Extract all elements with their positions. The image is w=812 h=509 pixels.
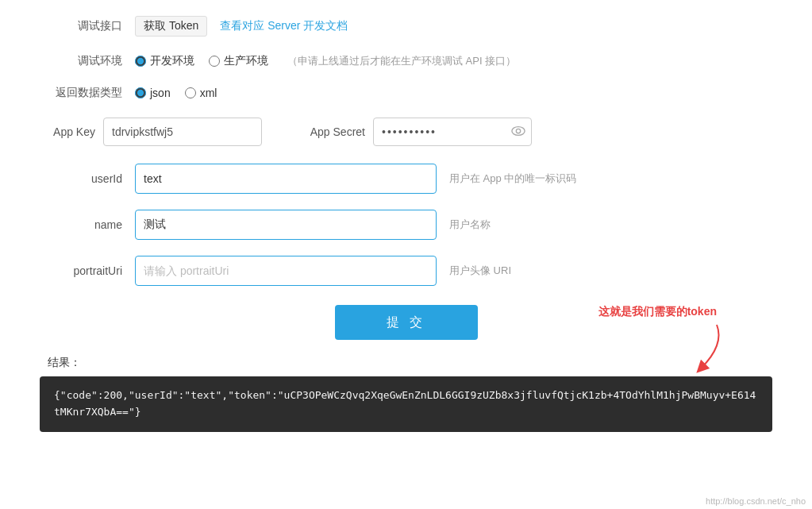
field-input-portraitUri[interactable] bbox=[135, 256, 437, 286]
result-box: {"code":200,"userId":"text","token":"uCP… bbox=[40, 376, 772, 432]
env-dev-label: 开发环境 bbox=[150, 54, 194, 68]
env-dev-option[interactable]: 开发环境 bbox=[135, 54, 194, 68]
env-radio-group: 开发环境 生产环境 （申请上线通过后才能在生产环境调试 API 接口） bbox=[135, 54, 516, 68]
submit-button[interactable]: 提 交 bbox=[335, 305, 478, 340]
return-xml-option[interactable]: xml bbox=[185, 87, 217, 99]
env-prod-option[interactable]: 生产环境 bbox=[209, 54, 268, 68]
env-note: （申请上线通过后才能在生产环境调试 API 接口） bbox=[287, 54, 516, 68]
field-label-userId: userId bbox=[32, 172, 135, 185]
field-row-portraitUri: portraitUri用户头像 URI bbox=[32, 256, 780, 286]
env-prod-label: 生产环境 bbox=[224, 54, 268, 68]
return-type-controls: json xml bbox=[135, 87, 780, 99]
annotation-text: 这就是我们需要的token bbox=[598, 305, 717, 319]
result-section: 结果： 这就是我们需要的token {"code":200,"userId":"… bbox=[32, 356, 780, 432]
env-dev-radio[interactable] bbox=[135, 56, 146, 67]
appkey-input[interactable] bbox=[103, 118, 262, 146]
annotation-arrow bbox=[669, 321, 733, 376]
env-controls: 开发环境 生产环境 （申请上线通过后才能在生产环境调试 API 接口） bbox=[135, 54, 780, 68]
appsecret-group: App Secret bbox=[294, 118, 532, 146]
field-row-userId: userId用户在 App 中的唯一标识码 bbox=[32, 164, 780, 194]
appsecret-wrapper bbox=[373, 118, 532, 146]
appsecret-input[interactable] bbox=[373, 118, 532, 146]
token-badge: 获取 Token bbox=[135, 16, 207, 37]
field-hint-portraitUri: 用户头像 URI bbox=[449, 264, 511, 278]
return-xml-radio[interactable] bbox=[185, 87, 196, 98]
env-row: 调试环境 开发环境 生产环境 （申请上线通过后才能在生产环境调试 API 接口） bbox=[32, 54, 780, 68]
debug-interface-label: 调试接口 bbox=[32, 19, 135, 33]
svg-point-1 bbox=[516, 129, 520, 133]
appkey-group: App Key bbox=[32, 118, 262, 146]
field-input-userId[interactable] bbox=[135, 164, 437, 194]
return-json-option[interactable]: json bbox=[135, 87, 171, 99]
field-label-portraitUri: portraitUri bbox=[32, 264, 135, 277]
server-doc-link[interactable]: 查看对应 Server 开发文档 bbox=[220, 19, 348, 33]
annotation-wrapper: 这就是我们需要的token {"code":200,"userId":"text… bbox=[32, 376, 780, 432]
appkey-row: App Key App Secret bbox=[32, 118, 780, 146]
appkey-label: App Key bbox=[32, 125, 95, 138]
watermark: http://blog.csdn.net/c_nho bbox=[706, 496, 806, 506]
return-type-label: 返回数据类型 bbox=[32, 86, 135, 100]
svg-point-0 bbox=[512, 126, 525, 135]
appsecret-label: App Secret bbox=[294, 125, 365, 138]
field-row-name: name用户名称 bbox=[32, 210, 780, 240]
return-type-radio-group: json xml bbox=[135, 87, 217, 99]
return-json-label: json bbox=[150, 87, 171, 99]
return-json-radio[interactable] bbox=[135, 87, 146, 98]
return-xml-label: xml bbox=[200, 87, 217, 99]
env-label: 调试环境 bbox=[32, 54, 135, 68]
field-hint-userId: 用户在 App 中的唯一标识码 bbox=[449, 172, 576, 186]
field-label-name: name bbox=[32, 218, 135, 231]
field-hint-name: 用户名称 bbox=[449, 218, 491, 232]
env-prod-radio[interactable] bbox=[209, 56, 220, 67]
top-row: 调试接口 获取 Token 查看对应 Server 开发文档 bbox=[32, 16, 780, 37]
field-rows: userId用户在 App 中的唯一标识码name用户名称portraitUri… bbox=[32, 164, 780, 286]
result-label: 结果： bbox=[32, 356, 780, 370]
toggle-secret-button[interactable] bbox=[511, 124, 525, 141]
field-input-name[interactable] bbox=[135, 210, 437, 240]
return-type-row: 返回数据类型 json xml bbox=[32, 86, 780, 100]
